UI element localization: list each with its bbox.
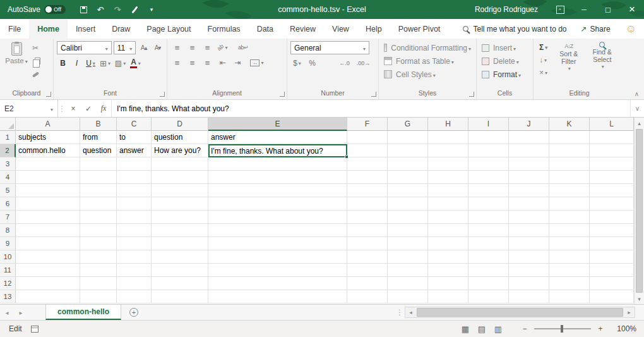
increase-decimal-button[interactable] xyxy=(336,57,353,70)
column-header-E[interactable]: E xyxy=(208,118,347,131)
new-sheet-button[interactable]: + xyxy=(121,305,146,320)
cell-F8[interactable] xyxy=(347,224,388,237)
cell-L2[interactable] xyxy=(590,144,634,157)
underline-button[interactable]: U xyxy=(85,57,97,70)
pen-mode-button[interactable] xyxy=(127,2,142,17)
cell-J3[interactable] xyxy=(509,157,549,171)
column-header-I[interactable]: I xyxy=(468,118,509,131)
format-painter-button[interactable] xyxy=(30,68,43,81)
cell-A13[interactable] xyxy=(16,290,80,303)
cell-G1[interactable] xyxy=(388,131,428,144)
column-header-D[interactable]: D xyxy=(152,118,208,131)
cell-K12[interactable] xyxy=(549,277,590,290)
cell-I11[interactable] xyxy=(468,264,509,277)
row-header-12[interactable]: 12 xyxy=(0,277,16,290)
cell-F11[interactable] xyxy=(347,264,388,277)
cell-I12[interactable] xyxy=(468,277,509,290)
cell-L12[interactable] xyxy=(590,277,634,290)
cell-F9[interactable] xyxy=(347,237,388,250)
cell-B6[interactable] xyxy=(80,197,117,211)
maximize-button[interactable] xyxy=(596,0,620,19)
vertical-scrollbar[interactable] xyxy=(634,118,644,304)
vertical-scroll-thumb[interactable] xyxy=(636,129,643,293)
cell-E8[interactable] xyxy=(208,224,347,237)
align-right-button[interactable] xyxy=(201,56,214,69)
next-sheet-button[interactable] xyxy=(14,305,28,320)
tab-data[interactable]: Data xyxy=(249,19,282,39)
tab-insert[interactable]: Insert xyxy=(68,19,104,39)
cell-J11[interactable] xyxy=(509,264,549,277)
column-header-F[interactable]: F xyxy=(347,118,388,131)
cell-G3[interactable] xyxy=(388,157,428,171)
cell-H8[interactable] xyxy=(428,224,468,237)
cell-A9[interactable] xyxy=(16,237,80,250)
font-color-button[interactable]: A xyxy=(129,57,142,70)
cell-H1[interactable] xyxy=(428,131,468,144)
cell-I4[interactable] xyxy=(468,171,509,184)
cell-E6[interactable] xyxy=(208,197,347,211)
sort-filter-button[interactable]: Sort & Filter xyxy=(554,41,583,89)
cell-D6[interactable] xyxy=(152,197,208,211)
cell-J1[interactable] xyxy=(509,131,549,144)
number-dialog-launcher-icon[interactable] xyxy=(371,92,376,97)
cell-A2[interactable]: common.hello xyxy=(16,144,80,157)
cell-G2[interactable] xyxy=(388,144,428,157)
horizontal-scrollbar[interactable] xyxy=(405,307,635,318)
borders-button[interactable] xyxy=(98,57,112,70)
zoom-slider[interactable] xyxy=(534,328,591,329)
tab-formulas[interactable]: Formulas xyxy=(200,19,249,39)
insert-function-button[interactable]: fx xyxy=(96,100,111,117)
cell-B2[interactable]: question xyxy=(80,144,117,157)
decrease-indent-button[interactable] xyxy=(216,56,229,69)
cell-J4[interactable] xyxy=(509,171,549,184)
cell-H13[interactable] xyxy=(428,290,468,303)
cell-B11[interactable] xyxy=(80,264,117,277)
cell-D5[interactable] xyxy=(152,184,208,197)
cell-E1[interactable]: answer xyxy=(208,131,347,144)
cell-A4[interactable] xyxy=(16,171,80,184)
collapse-ribbon-button[interactable] xyxy=(635,90,639,97)
cell-B13[interactable] xyxy=(80,290,117,303)
tab-power-pivot[interactable]: Power Pivot xyxy=(390,19,449,39)
macro-record-icon[interactable] xyxy=(31,326,39,333)
cell-F2[interactable] xyxy=(347,144,388,157)
cell-A7[interactable] xyxy=(16,211,80,224)
customize-qat-button[interactable] xyxy=(144,2,159,17)
clipboard-dialog-launcher-icon[interactable] xyxy=(46,92,51,97)
align-left-button[interactable] xyxy=(170,56,184,69)
cell-A10[interactable] xyxy=(16,250,80,264)
copy-button[interactable] xyxy=(30,54,43,68)
tab-file[interactable]: File xyxy=(0,19,29,39)
tab-review[interactable]: Review xyxy=(282,19,324,39)
cell-C6[interactable] xyxy=(117,197,152,211)
cell-C7[interactable] xyxy=(117,211,152,224)
cell-L8[interactable] xyxy=(590,224,634,237)
cell-H10[interactable] xyxy=(428,250,468,264)
expand-formula-bar-button[interactable] xyxy=(630,100,644,117)
cell-J8[interactable] xyxy=(509,224,549,237)
enter-entry-button[interactable]: ✓ xyxy=(81,100,96,117)
share-button[interactable]: Share xyxy=(573,19,618,39)
cell-I6[interactable] xyxy=(468,197,509,211)
cell-E2[interactable]: I'm fine, thanks. What about you? xyxy=(208,144,347,157)
cell-F12[interactable] xyxy=(347,277,388,290)
cell-C3[interactable] xyxy=(117,157,152,171)
cell-B9[interactable] xyxy=(80,237,117,250)
scroll-up-button[interactable] xyxy=(635,118,644,128)
tab-draw[interactable]: Draw xyxy=(104,19,138,39)
cell-L3[interactable] xyxy=(590,157,634,171)
zoom-out-button[interactable] xyxy=(520,324,529,333)
cell-E13[interactable] xyxy=(208,290,347,303)
decrease-font-size-button[interactable] xyxy=(152,42,164,54)
cell-B1[interactable]: from xyxy=(80,131,117,144)
bottom-align-button[interactable] xyxy=(201,41,214,54)
cell-K7[interactable] xyxy=(549,211,590,224)
scroll-left-button[interactable] xyxy=(405,307,416,317)
cell-H7[interactable] xyxy=(428,211,468,224)
redo-button[interactable] xyxy=(110,2,125,17)
cell-I3[interactable] xyxy=(468,157,509,171)
cell-G8[interactable] xyxy=(388,224,428,237)
bold-button[interactable]: B xyxy=(57,57,69,70)
cell-J10[interactable] xyxy=(509,250,549,264)
top-align-button[interactable] xyxy=(170,41,184,54)
